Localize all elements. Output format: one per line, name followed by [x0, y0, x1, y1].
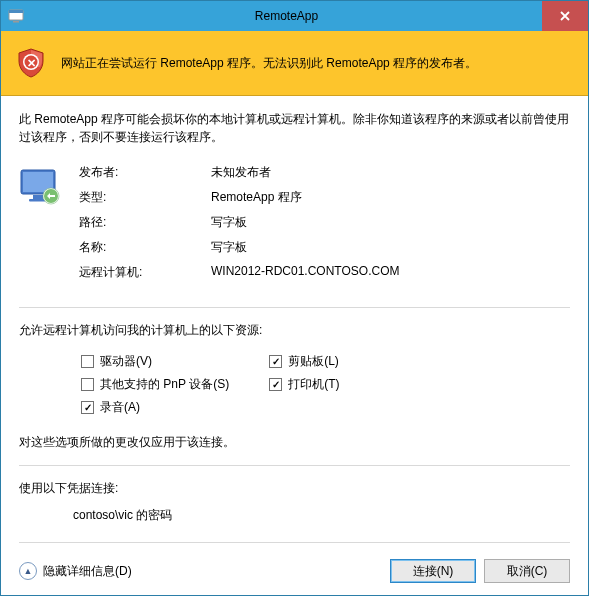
- checkbox-pnp-box[interactable]: [81, 378, 94, 391]
- description-text: 此 RemoteApp 程序可能会损坏你的本地计算机或远程计算机。除非你知道该程…: [19, 110, 570, 146]
- resources-checkboxes: 驱动器(V) 其他支持的 PnP 设备(S) 录音(A) 剪贴板(L): [19, 353, 570, 416]
- publisher-value: 未知发布者: [211, 164, 570, 181]
- chevron-up-icon: ▲: [19, 562, 37, 580]
- credentials-intro: 使用以下凭据连接:: [19, 480, 570, 497]
- checkbox-audio-box[interactable]: [81, 401, 94, 414]
- path-value: 写字板: [211, 214, 570, 231]
- warning-message: 网站正在尝试运行 RemoteApp 程序。无法识别此 RemoteApp 程序…: [61, 55, 477, 72]
- checkbox-printers-box[interactable]: [269, 378, 282, 391]
- dialog-footer: ▲ 隐藏详细信息(D) 连接(N) 取消(C): [19, 553, 570, 583]
- warning-banner: ✕ 网站正在尝试运行 RemoteApp 程序。无法识别此 RemoteApp …: [1, 31, 588, 96]
- checkbox-clipboard[interactable]: 剪贴板(L): [269, 353, 339, 370]
- hide-details-toggle[interactable]: ▲ 隐藏详细信息(D): [19, 562, 382, 580]
- checkbox-drives-label: 驱动器(V): [100, 353, 152, 370]
- remoteapp-dialog: RemoteApp ✕ 网站正在尝试运行 RemoteApp 程序。无法识别此 …: [0, 0, 589, 596]
- svg-rect-2: [13, 21, 19, 23]
- name-label: 名称:: [79, 239, 211, 256]
- monitor-icon: [19, 164, 61, 289]
- name-row: 名称: 写字板: [79, 239, 570, 256]
- connect-button[interactable]: 连接(N): [390, 559, 476, 583]
- svg-rect-8: [33, 195, 43, 199]
- checkbox-clipboard-label: 剪贴板(L): [288, 353, 339, 370]
- checkbox-pnp-label: 其他支持的 PnP 设备(S): [100, 376, 229, 393]
- divider: [19, 465, 570, 466]
- checkbox-col-left: 驱动器(V) 其他支持的 PnP 设备(S) 录音(A): [81, 353, 229, 416]
- publisher-row: 发布者: 未知发布者: [79, 164, 570, 181]
- dialog-content: 此 RemoteApp 程序可能会损坏你的本地计算机或远程计算机。除非你知道该程…: [1, 96, 588, 595]
- checkbox-drives-box[interactable]: [81, 355, 94, 368]
- checkbox-clipboard-box[interactable]: [269, 355, 282, 368]
- shield-warning-icon: ✕: [15, 47, 47, 79]
- hide-details-label: 隐藏详细信息(D): [43, 563, 132, 580]
- resources-intro: 允许远程计算机访问我的计算机上的以下资源:: [19, 322, 570, 339]
- window-title: RemoteApp: [31, 1, 542, 31]
- divider: [19, 307, 570, 308]
- checkbox-drives[interactable]: 驱动器(V): [81, 353, 229, 370]
- name-value: 写字板: [211, 239, 570, 256]
- credentials-value: contoso\vic 的密码: [19, 507, 570, 524]
- svg-rect-1: [9, 10, 23, 13]
- publisher-label: 发布者:: [79, 164, 211, 181]
- apply-note: 对这些选项所做的更改仅应用于该连接。: [19, 434, 570, 451]
- type-row: 类型: RemoteApp 程序: [79, 189, 570, 206]
- divider: [19, 542, 570, 543]
- path-row: 路径: 写字板: [79, 214, 570, 231]
- remote-computer-label: 远程计算机:: [79, 264, 211, 281]
- path-label: 路径:: [79, 214, 211, 231]
- program-info: 发布者: 未知发布者 类型: RemoteApp 程序 路径: 写字板 名称: …: [19, 164, 570, 289]
- svg-text:✕: ✕: [27, 57, 36, 69]
- close-button[interactable]: [542, 1, 588, 31]
- checkbox-audio[interactable]: 录音(A): [81, 399, 229, 416]
- checkbox-printers-label: 打印机(T): [288, 376, 339, 393]
- checkbox-audio-label: 录音(A): [100, 399, 140, 416]
- type-label: 类型:: [79, 189, 211, 206]
- app-icon: [1, 1, 31, 31]
- checkbox-col-right: 剪贴板(L) 打印机(T): [269, 353, 339, 416]
- type-value: RemoteApp 程序: [211, 189, 570, 206]
- remote-computer-row: 远程计算机: WIN2012-RDC01.CONTOSO.COM: [79, 264, 570, 281]
- info-table: 发布者: 未知发布者 类型: RemoteApp 程序 路径: 写字板 名称: …: [79, 164, 570, 289]
- remote-computer-value: WIN2012-RDC01.CONTOSO.COM: [211, 264, 570, 281]
- titlebar: RemoteApp: [1, 1, 588, 31]
- cancel-button[interactable]: 取消(C): [484, 559, 570, 583]
- checkbox-printers[interactable]: 打印机(T): [269, 376, 339, 393]
- checkbox-pnp[interactable]: 其他支持的 PnP 设备(S): [81, 376, 229, 393]
